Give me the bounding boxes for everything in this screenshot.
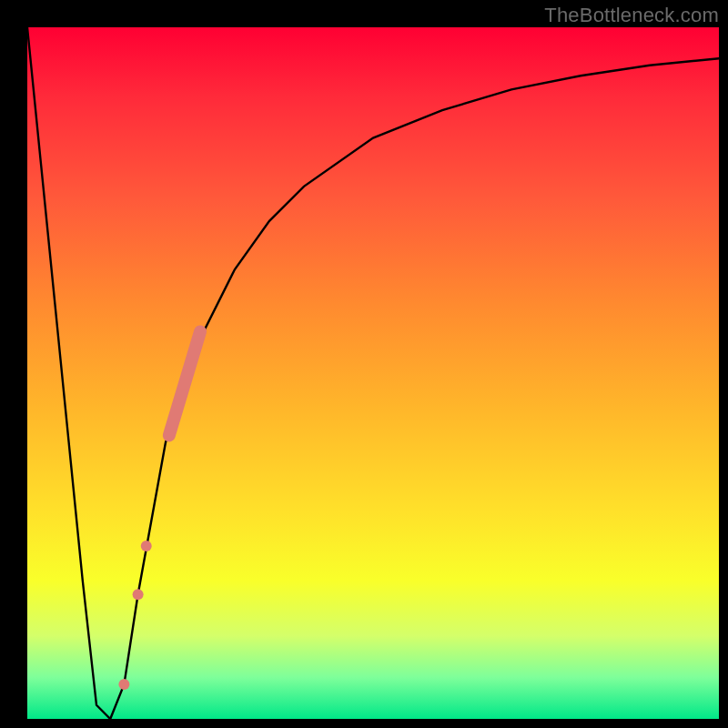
watermark-text: TheBottleneck.com (544, 4, 719, 27)
highlight-dot (133, 589, 144, 600)
chart-frame: TheBottleneck.com (0, 0, 728, 728)
plot-area (27, 27, 719, 719)
highlight-bar (169, 331, 200, 435)
bottleneck-curve (27, 27, 719, 719)
highlight-dot (118, 679, 129, 690)
highlight-dot (141, 541, 152, 551)
chart-svg (27, 27, 719, 719)
